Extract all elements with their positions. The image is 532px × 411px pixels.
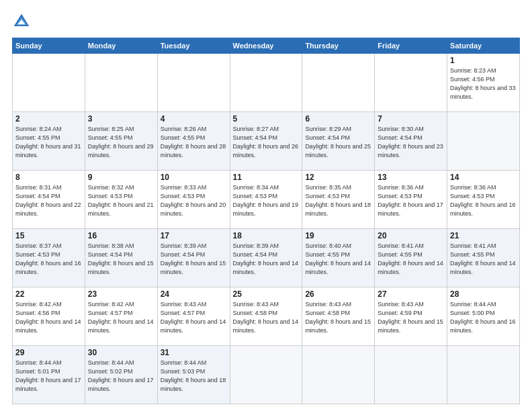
calendar-cell: 27Sunrise: 8:43 AMSunset: 4:59 PMDayligh… (375, 287, 447, 346)
calendar-cell (85, 54, 157, 112)
week-row-1: 2Sunrise: 8:24 AMSunset: 4:55 PMDaylight… (13, 112, 520, 171)
day-info: Sunrise: 8:32 AMSunset: 4:53 PMDaylight:… (88, 183, 154, 218)
calendar-cell (13, 54, 85, 112)
logo (12, 12, 34, 31)
header (12, 12, 520, 31)
day-info: Sunrise: 8:29 AMSunset: 4:54 PMDaylight:… (305, 125, 371, 160)
week-row-4: 22Sunrise: 8:42 AMSunset: 4:56 PMDayligh… (13, 287, 520, 346)
day-number: 15 (15, 231, 82, 240)
day-number: 19 (305, 231, 371, 240)
calendar-cell: 2Sunrise: 8:24 AMSunset: 4:55 PMDaylight… (13, 112, 85, 171)
day-header-thursday: Thursday (302, 38, 375, 54)
day-number: 7 (378, 114, 444, 124)
day-info: Sunrise: 8:37 AMSunset: 4:53 PMDaylight:… (15, 242, 82, 277)
calendar-cell: 28Sunrise: 8:44 AMSunset: 5:00 PMDayligh… (447, 287, 520, 346)
calendar-cell: 1Sunrise: 8:23 AMSunset: 4:56 PMDaylight… (447, 54, 520, 112)
calendar-table: SundayMondayTuesdayWednesdayThursdayFrid… (12, 38, 520, 404)
calendar-cell: 21Sunrise: 8:41 AMSunset: 4:55 PMDayligh… (447, 229, 520, 287)
day-number: 11 (233, 173, 300, 182)
day-info: Sunrise: 8:40 AMSunset: 4:55 PMDaylight:… (305, 242, 371, 277)
calendar-cell: 7Sunrise: 8:30 AMSunset: 4:54 PMDaylight… (375, 112, 447, 171)
calendar-cell: 29Sunrise: 8:44 AMSunset: 5:01 PMDayligh… (13, 346, 85, 404)
day-number: 1 (450, 56, 517, 65)
calendar-cell: 19Sunrise: 8:40 AMSunset: 4:55 PMDayligh… (302, 229, 375, 287)
calendar-cell: 5Sunrise: 8:27 AMSunset: 4:54 PMDaylight… (230, 112, 302, 171)
day-info: Sunrise: 8:44 AMSunset: 5:02 PMDaylight:… (88, 359, 154, 394)
day-number: 27 (378, 289, 444, 299)
day-info: Sunrise: 8:25 AMSunset: 4:55 PMDaylight:… (88, 125, 154, 160)
day-number: 2 (15, 114, 82, 124)
day-info: Sunrise: 8:24 AMSunset: 4:55 PMDaylight:… (15, 125, 82, 160)
calendar-cell: 13Sunrise: 8:36 AMSunset: 4:53 PMDayligh… (375, 171, 447, 229)
day-info: Sunrise: 8:35 AMSunset: 4:53 PMDaylight:… (305, 183, 371, 218)
calendar-cell: 9Sunrise: 8:32 AMSunset: 4:53 PMDaylight… (85, 171, 157, 229)
day-info: Sunrise: 8:33 AMSunset: 4:53 PMDaylight:… (161, 183, 227, 218)
calendar-cell: 23Sunrise: 8:42 AMSunset: 4:57 PMDayligh… (85, 287, 157, 346)
day-number: 17 (161, 231, 227, 240)
calendar-cell (302, 54, 375, 112)
day-info: Sunrise: 8:42 AMSunset: 4:56 PMDaylight:… (15, 300, 82, 335)
calendar-cell: 3Sunrise: 8:25 AMSunset: 4:55 PMDaylight… (85, 112, 157, 171)
day-info: Sunrise: 8:39 AMSunset: 4:54 PMDaylight:… (161, 242, 227, 277)
day-info: Sunrise: 8:43 AMSunset: 4:59 PMDaylight:… (378, 300, 444, 335)
day-header-monday: Monday (85, 38, 157, 54)
calendar-body: 1Sunrise: 8:23 AMSunset: 4:56 PMDaylight… (13, 54, 520, 404)
calendar-cell: 30Sunrise: 8:44 AMSunset: 5:02 PMDayligh… (85, 346, 157, 404)
calendar-cell: 22Sunrise: 8:42 AMSunset: 4:56 PMDayligh… (13, 287, 85, 346)
day-info: Sunrise: 8:43 AMSunset: 4:58 PMDaylight:… (305, 300, 371, 335)
day-info: Sunrise: 8:30 AMSunset: 4:54 PMDaylight:… (378, 125, 444, 160)
week-row-0: 1Sunrise: 8:23 AMSunset: 4:56 PMDaylight… (13, 54, 520, 112)
logo-icon (12, 12, 31, 31)
day-info: Sunrise: 8:44 AMSunset: 5:03 PMDaylight:… (161, 359, 227, 394)
calendar-cell (230, 346, 302, 404)
page: SundayMondayTuesdayWednesdayThursdayFrid… (0, 0, 532, 411)
calendar-cell: 12Sunrise: 8:35 AMSunset: 4:53 PMDayligh… (302, 171, 375, 229)
week-row-2: 8Sunrise: 8:31 AMSunset: 4:54 PMDaylight… (13, 171, 520, 229)
calendar-cell (230, 54, 302, 112)
day-number: 9 (88, 173, 154, 182)
day-number: 28 (450, 289, 517, 299)
day-header-friday: Friday (375, 38, 447, 54)
day-info: Sunrise: 8:27 AMSunset: 4:54 PMDaylight:… (233, 125, 300, 160)
calendar-cell: 4Sunrise: 8:26 AMSunset: 4:55 PMDaylight… (157, 112, 230, 171)
day-info: Sunrise: 8:26 AMSunset: 4:55 PMDaylight:… (161, 125, 227, 160)
calendar-cell: 10Sunrise: 8:33 AMSunset: 4:53 PMDayligh… (157, 171, 230, 229)
day-info: Sunrise: 8:39 AMSunset: 4:54 PMDaylight:… (233, 242, 300, 277)
day-number: 18 (233, 231, 300, 240)
day-number: 25 (233, 289, 300, 299)
day-number: 30 (88, 348, 154, 357)
day-header-sunday: Sunday (13, 38, 85, 54)
day-number: 29 (15, 348, 82, 357)
calendar-header-row: SundayMondayTuesdayWednesdayThursdayFrid… (13, 38, 520, 54)
week-row-5: 29Sunrise: 8:44 AMSunset: 5:01 PMDayligh… (13, 346, 520, 404)
day-number: 13 (378, 173, 444, 182)
day-info: Sunrise: 8:44 AMSunset: 5:01 PMDaylight:… (15, 359, 82, 394)
calendar-cell: 14Sunrise: 8:36 AMSunset: 4:53 PMDayligh… (447, 171, 520, 229)
day-info: Sunrise: 8:34 AMSunset: 4:53 PMDaylight:… (233, 183, 300, 218)
day-number: 23 (88, 289, 154, 299)
day-header-saturday: Saturday (447, 38, 520, 54)
day-info: Sunrise: 8:36 AMSunset: 4:53 PMDaylight:… (450, 183, 517, 218)
day-number: 31 (161, 348, 227, 357)
day-info: Sunrise: 8:23 AMSunset: 4:56 PMDaylight:… (450, 66, 517, 101)
week-row-3: 15Sunrise: 8:37 AMSunset: 4:53 PMDayligh… (13, 229, 520, 287)
day-number: 26 (305, 289, 371, 299)
calendar-cell (302, 346, 375, 404)
calendar-cell (157, 54, 230, 112)
day-header-wednesday: Wednesday (230, 38, 302, 54)
calendar-cell: 25Sunrise: 8:43 AMSunset: 4:58 PMDayligh… (230, 287, 302, 346)
calendar-cell: 6Sunrise: 8:29 AMSunset: 4:54 PMDaylight… (302, 112, 375, 171)
day-info: Sunrise: 8:38 AMSunset: 4:54 PMDaylight:… (88, 242, 154, 277)
day-number: 24 (161, 289, 227, 299)
day-info: Sunrise: 8:43 AMSunset: 4:58 PMDaylight:… (233, 300, 300, 335)
day-number: 16 (88, 231, 154, 240)
calendar-cell: 16Sunrise: 8:38 AMSunset: 4:54 PMDayligh… (85, 229, 157, 287)
calendar-cell: 20Sunrise: 8:41 AMSunset: 4:55 PMDayligh… (375, 229, 447, 287)
calendar-cell: 11Sunrise: 8:34 AMSunset: 4:53 PMDayligh… (230, 171, 302, 229)
calendar-cell (375, 54, 447, 112)
day-info: Sunrise: 8:36 AMSunset: 4:53 PMDaylight:… (378, 183, 444, 218)
day-info: Sunrise: 8:44 AMSunset: 5:00 PMDaylight:… (450, 300, 517, 335)
day-info: Sunrise: 8:43 AMSunset: 4:57 PMDaylight:… (161, 300, 227, 335)
calendar-cell (375, 346, 447, 404)
day-number: 14 (450, 173, 517, 182)
